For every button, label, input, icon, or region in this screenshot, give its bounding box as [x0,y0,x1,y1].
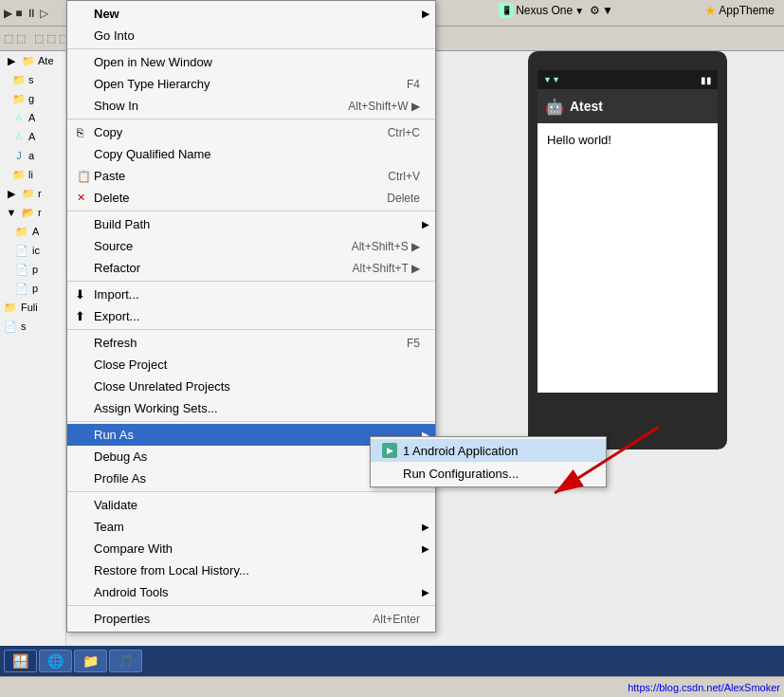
taskbar-browser-button[interactable]: 🌐 [39,650,72,672]
submenu-arrow-team: ▶ [422,522,429,532]
status-wifi: ▼▼ [543,75,560,84]
shortcut-f4: F4 [369,78,420,91]
separator-7 [67,491,435,492]
phone-screen: ▼▼ ▮▮ 🤖 Atest Hello world! [538,70,718,393]
menu-item-android-tools[interactable]: Android Tools ▶ [67,581,435,603]
phone-frame: ▼▼ ▮▮ 🤖 Atest Hello world! [528,51,727,449]
submenu-item-run-configs[interactable]: Run Configurations... [371,462,606,485]
device-more-icon[interactable]: ▼ [602,4,613,17]
separator-6 [67,421,435,422]
menu-item-build-path[interactable]: Build Path ▶ [67,213,435,235]
sidebar-item-a1[interactable]: A A [0,108,65,127]
taskbar-folder-button[interactable]: 📁 [74,650,107,672]
taskbar: 🪟 🌐 📁 🎵 [0,646,784,676]
submenu-arrow-build: ▶ [422,219,429,229]
phone-status-bar: ▼▼ ▮▮ [538,70,718,89]
sidebar-item-a3[interactable]: J a [0,146,65,165]
delete-icon: ✕ [77,192,85,204]
sidebar-item-g[interactable]: 📁 g [0,89,65,108]
apptheme-label: AppTheme [719,4,775,17]
submenu-item-android-app[interactable]: ▶ 1 Android Application [371,439,606,462]
device-dropdown-icon[interactable]: ▼ [574,6,584,16]
separator-4 [67,281,435,282]
menu-item-copy-qualified[interactable]: Copy Qualified Name [67,143,435,165]
menu-item-new[interactable]: New ▶ [67,3,435,25]
menu-item-properties[interactable]: Properties Alt+Enter [67,608,435,630]
separator-1 [67,48,435,49]
menu-item-go-into[interactable]: Go Into [67,25,435,46]
separator-8 [67,605,435,606]
shortcut-properties: Alt+Enter [335,613,420,626]
submenu-arrow-compare: ▶ [422,543,429,554]
shortcut-copy: Ctrl+C [350,126,420,139]
sidebar-item-a-sub[interactable]: 📁 A [0,222,65,241]
menu-item-open-type-hierarchy[interactable]: Open Type Hierarchy F4 [67,73,435,95]
run-configs-icon [382,466,397,481]
shortcut-source: Alt+Shift+S ▶ [314,240,420,253]
phone-android-icon: 🤖 [545,98,564,116]
export-icon: ⬆ [75,309,85,323]
sidebar-item-a2[interactable]: A A [0,127,65,146]
menu-item-import[interactable]: ⬇ Import... [67,284,435,305]
menu-item-assign-working-sets[interactable]: Assign Working Sets... [67,397,435,419]
import-icon: ⬇ [75,287,85,302]
menu-item-validate[interactable]: Validate [67,494,435,516]
menu-item-restore-history[interactable]: Restore from Local History... [67,559,435,581]
menu-item-close-unrelated[interactable]: Close Unrelated Projects [67,376,435,397]
sidebar-item-li[interactable]: 📁 li [0,165,65,184]
menu-item-close-project[interactable]: Close Project [67,354,435,376]
sidebar-item-p1[interactable]: 📄 p [0,260,65,279]
menu-item-export[interactable]: ⬆ Export... [67,305,435,327]
taskbar-media-button[interactable]: 🎵 [109,650,142,672]
sidebar-item-ic[interactable]: 📄 ic [0,241,65,260]
sidebar-label-atest: Ate [38,55,54,66]
submenu-arrow-new: ▶ [422,9,429,19]
phone-content: Hello world! [538,123,718,156]
device-name-label: Nexus One [516,4,573,17]
menu-item-delete[interactable]: ✕ Delete Delete [67,187,435,209]
sidebar-item-fuli[interactable]: 📁 Fuli [0,298,65,317]
menu-item-refactor[interactable]: Refactor Alt+Shift+T ▶ [67,257,435,279]
menu-item-show-in[interactable]: Show In Alt+Shift+W ▶ [67,95,435,117]
run-as-submenu: ▶ 1 Android Application Run Configuratio… [370,436,607,487]
shortcut-refresh: F5 [369,337,420,350]
phone-app-title-bar: 🤖 Atest [538,89,718,123]
shortcut-paste: Ctrl+V [350,170,420,183]
separator-2 [67,119,435,119]
menu-item-open-new-window[interactable]: Open in New Window [67,51,435,73]
phone-app-name: Atest [570,99,603,114]
status-bar: https://blog.csdn.net/AlexSmoker [0,676,784,697]
taskbar-start-button[interactable]: 🪟 [4,650,37,672]
menu-item-team[interactable]: Team ▶ [67,516,435,538]
separator-5 [67,329,435,330]
phone-battery: ▮▮ [701,75,712,85]
sidebar-item-s-file[interactable]: 📄 s [0,317,65,336]
hello-world-text: Hello world! [547,133,611,147]
menu-item-refresh[interactable]: Refresh F5 [67,332,435,354]
submenu-arrow-android: ▶ [422,587,429,597]
shortcut-show-in: Alt+Shift+W ▶ [310,100,420,113]
device-settings-icon[interactable]: ⚙ [590,4,600,17]
shortcut-refactor: Alt+Shift+T ▶ [315,262,420,275]
menu-item-copy[interactable]: ⎘ Copy Ctrl+C [67,121,435,143]
menu-item-source[interactable]: Source Alt+Shift+S ▶ [67,235,435,257]
device-icon: 📱 [499,3,514,18]
context-menu: New ▶ Go Into Open in New Window Open Ty… [66,0,436,633]
sidebar-item-s[interactable]: 📁 s [0,70,65,89]
star-icon: ★ [704,3,717,18]
sidebar-item-atest[interactable]: ▶ 📁 Ate [0,51,65,70]
menu-item-paste[interactable]: 📋 Paste Ctrl+V [67,165,435,187]
status-url: https://blog.csdn.net/AlexSmoker [628,682,780,693]
paste-icon: 📋 [77,170,91,183]
sidebar-item-r1[interactable]: ▶ 📁 r [0,184,65,203]
copy-icon: ⎘ [77,126,83,139]
shortcut-delete: Delete [349,192,420,205]
separator-3 [67,211,435,211]
sidebar-item-p2[interactable]: 📄 p [0,279,65,298]
sidebar-item-r2[interactable]: ▼ 📂 r [0,203,65,222]
android-app-icon: ▶ [382,443,397,458]
phone-preview: ▼▼ ▮▮ 🤖 Atest Hello world! [528,51,727,449]
menu-item-compare-with[interactable]: Compare With ▶ [67,538,435,559]
sidebar: ▶ 📁 Ate 📁 s 📁 g A A A A J a [0,51,66,697]
